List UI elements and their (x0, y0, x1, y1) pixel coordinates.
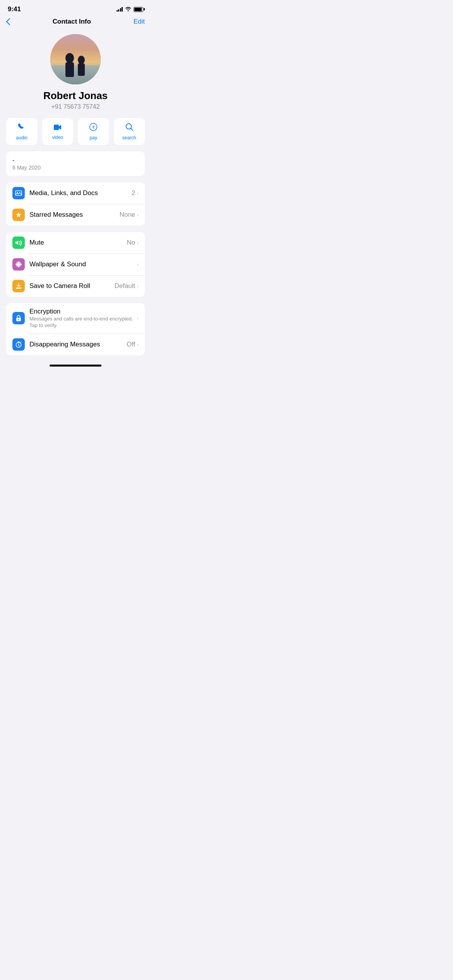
search-icon (125, 123, 134, 134)
page-title: Contact Info (53, 18, 91, 26)
security-section: Encryption Messages and calls are end-to… (6, 303, 145, 355)
disappearing-messages-value: Off › (127, 341, 139, 348)
star-icon (12, 209, 25, 221)
media-section: Media, Links, and Docs 2 › Starred Messa… (6, 182, 145, 226)
phone-icon (17, 123, 26, 134)
audio-label: audio (16, 135, 27, 140)
avatar-image (50, 34, 101, 84)
svg-rect-4 (65, 62, 74, 77)
home-indicator (0, 362, 151, 369)
starred-messages-item[interactable]: Starred Messages None › (6, 204, 145, 226)
svg-rect-23 (16, 288, 21, 289)
status-icons (117, 6, 144, 13)
download-icon (12, 280, 25, 292)
back-button[interactable] (6, 18, 10, 25)
video-icon (53, 123, 62, 133)
wifi-icon (125, 6, 131, 13)
svg-point-5 (78, 56, 85, 64)
save-camera-roll-item[interactable]: Save to Camera Roll Default › (6, 275, 145, 297)
chevron-icon: › (137, 341, 139, 348)
save-camera-roll-value: Default › (114, 282, 139, 290)
media-links-docs-item[interactable]: Media, Links, and Docs 2 › (6, 182, 145, 204)
svg-rect-12 (15, 191, 22, 195)
audio-button[interactable]: audio (6, 118, 38, 145)
timer-icon (12, 338, 25, 351)
contact-phone: +91 75673 75742 (51, 103, 100, 110)
rupee-icon: ₹ (89, 123, 98, 134)
starred-messages-value: None › (120, 211, 139, 219)
battery-icon (134, 7, 143, 12)
mute-value: No › (127, 239, 139, 247)
wallpaper-sound-item[interactable]: Wallpaper & Sound › (6, 254, 145, 275)
mute-label: Mute (29, 239, 127, 247)
encryption-value: › (137, 315, 139, 321)
save-camera-roll-label: Save to Camera Roll (29, 282, 114, 290)
video-button[interactable]: video (42, 118, 74, 145)
encryption-subtitle: Messages and calls are end-to-end encryp… (29, 316, 137, 329)
svg-line-11 (130, 128, 133, 131)
note-date: 6 May 2020 (12, 164, 139, 171)
wallpaper-sound-label: Wallpaper & Sound (29, 260, 137, 268)
note-section[interactable]: - 6 May 2020 (6, 151, 145, 176)
chevron-icon: › (137, 261, 139, 267)
mute-item[interactable]: Mute No › (6, 232, 145, 254)
lock-icon (12, 312, 25, 324)
settings-section: Mute No › Wallpaper & Sound › (6, 232, 145, 297)
media-links-docs-label: Media, Links, and Docs (29, 189, 132, 197)
encryption-label: Encryption (29, 308, 137, 315)
status-bar: 9:41 (0, 0, 151, 15)
svg-text:₹: ₹ (92, 125, 95, 130)
status-time: 9:41 (8, 5, 21, 13)
pay-label: pay (90, 135, 97, 140)
flower-icon (12, 258, 25, 271)
photo-icon (12, 187, 25, 199)
encryption-item[interactable]: Encryption Messages and calls are end-to… (6, 303, 145, 334)
chevron-icon: › (137, 240, 139, 246)
pay-button[interactable]: ₹ pay (78, 118, 109, 145)
edit-button[interactable]: Edit (134, 18, 145, 26)
svg-point-25 (18, 319, 19, 320)
chevron-icon: › (137, 190, 139, 196)
search-label: search (122, 135, 136, 140)
chevron-icon: › (137, 315, 139, 321)
contact-name: Robert Jonas (43, 90, 108, 102)
signal-bars-icon (117, 7, 123, 12)
disappearing-messages-item[interactable]: Disappearing Messages Off › (6, 334, 145, 355)
nav-bar: Contact Info Edit (0, 15, 151, 30)
chevron-icon: › (137, 283, 139, 289)
chevron-icon: › (137, 212, 139, 218)
action-buttons-row: audio video ₹ pay search (0, 118, 151, 151)
home-bar (50, 365, 101, 367)
starred-messages-label: Starred Messages (29, 211, 120, 219)
search-button[interactable]: search (114, 118, 145, 145)
profile-section: Robert Jonas +91 75673 75742 (0, 30, 151, 118)
svg-rect-6 (78, 63, 85, 76)
note-dash: - (12, 157, 139, 164)
wallpaper-sound-value: › (137, 261, 139, 267)
video-label: video (52, 135, 63, 140)
svg-rect-7 (54, 125, 59, 130)
media-links-docs-value: 2 › (132, 189, 139, 197)
disappearing-messages-label: Disappearing Messages (29, 341, 127, 348)
avatar[interactable] (50, 34, 101, 84)
svg-rect-1 (50, 65, 101, 84)
svg-point-3 (65, 53, 74, 63)
speaker-icon (12, 236, 25, 249)
